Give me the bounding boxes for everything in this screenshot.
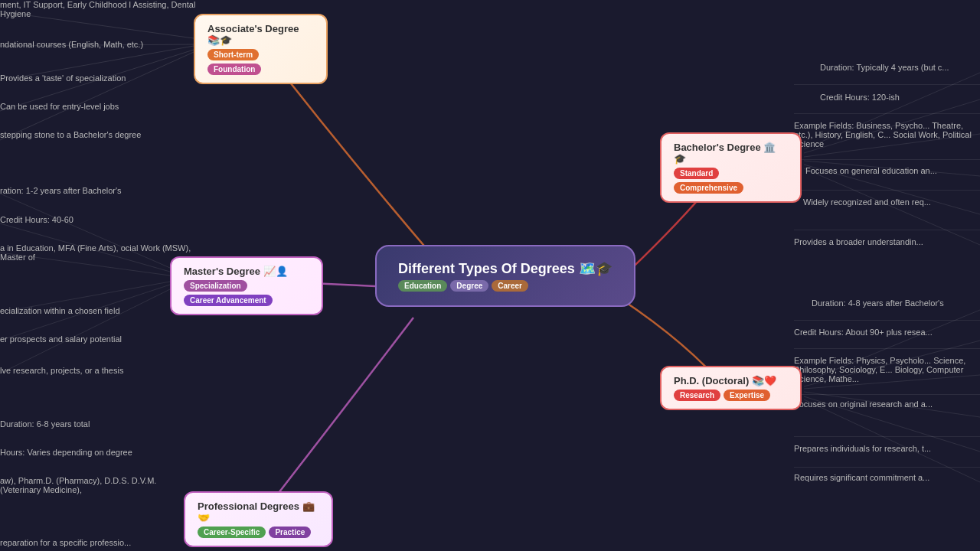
sep-line-8 — [794, 394, 980, 395]
info-dur-bach: Duration: Typically 4 years (but c... — [820, 63, 949, 72]
info-taste: Provides a 'taste' of specialization — [0, 73, 126, 83]
tag-expertise: Expertise — [724, 390, 770, 401]
bachelors-title: Bachelor's Degree 🏛️🎓 — [674, 142, 788, 165]
tag-education: Education — [398, 280, 447, 292]
professional-title: Professional Degrees 💼🤝 — [198, 500, 319, 523]
associates-title: Associate's Degree 📚🎓 — [207, 23, 314, 46]
sep-line-9 — [794, 436, 980, 437]
info-mgmt: ment, IT Support, Early Childhood l Assi… — [0, 0, 199, 18]
info-gen-bach: Focuses on general education an... — [805, 166, 937, 175]
professional-node[interactable]: Professional Degrees 💼🤝 Career-Specific … — [184, 491, 333, 547]
center-node[interactable]: Different Types Of Degrees 🗺️🎓 Education… — [375, 245, 635, 307]
center-node-tags: Education Degree Career — [398, 280, 612, 292]
tag-practice: Practice — [269, 527, 311, 538]
phd-tags: Research Expertise — [674, 390, 788, 401]
info-wide-bach: Widely recognized and often req... — [803, 197, 931, 207]
bachelors-node[interactable]: Bachelor's Degree 🏛️🎓 Standard Comprehen… — [660, 132, 802, 203]
info-salary: er prospects and salary potential — [0, 334, 122, 344]
tag-career-advancement: Career Advancement — [184, 295, 273, 306]
info-ex-phd: Example Fields: Physics, Psycholo... Sci… — [794, 356, 980, 383]
info-orig-phd: Focuses on original research and a... — [794, 399, 933, 409]
tag-career: Career — [492, 280, 528, 292]
tag-career-specific: Career-Specific — [198, 527, 266, 538]
sep-line-2 — [794, 113, 980, 114]
tag-comprehensive: Comprehensive — [674, 182, 743, 194]
tag-degree: Degree — [450, 280, 488, 292]
sep-line-3 — [794, 159, 980, 160]
info-cr-masters: Credit Hours: 40-60 — [0, 215, 74, 224]
info-cr-phd: Credit Hours: About 90+ plus resea... — [794, 328, 933, 337]
mindmap-canvas: { "center": { "title": "Different Types … — [0, 0, 980, 551]
info-step: stepping stone to a Bachelor's degree — [0, 130, 141, 139]
phd-node[interactable]: Ph.D. (Doctoral) 📚❤️ Research Expertise — [660, 366, 802, 410]
svg-line-4 — [0, 52, 194, 140]
svg-line-22 — [804, 399, 980, 482]
sep-line-4 — [794, 190, 980, 191]
professional-tags: Career-Specific Practice — [198, 527, 319, 538]
info-dur-masters: ration: 1-2 years after Bachelor's — [0, 186, 122, 195]
sep-line-1 — [794, 84, 980, 85]
info-prep-prof: reparation for a specific professio... — [0, 538, 131, 547]
masters-title: Master's Degree 📈👤 — [184, 266, 309, 277]
tag-standard: Standard — [674, 168, 719, 179]
associates-tags: Short-term Foundation — [207, 49, 314, 75]
tag-research: Research — [674, 390, 720, 401]
masters-node[interactable]: Master's Degree 📈👤 Specialization Career… — [170, 256, 323, 315]
center-node-title: Different Types Of Degrees 🗺️🎓 — [398, 260, 612, 277]
info-cr-prof: Hours: Varies depending on degree — [0, 448, 132, 457]
sep-line-7 — [794, 348, 980, 349]
sep-line-10 — [794, 467, 980, 468]
sep-line-6 — [794, 320, 980, 321]
bachelors-tags: Standard Comprehensive — [674, 168, 788, 194]
info-found: ndational courses (English, Math, etc.) — [0, 40, 143, 49]
info-req-phd: Requires significant commitment a... — [794, 473, 929, 482]
info-ex-masters: a in Education, MFA (Fine Arts), ocial W… — [0, 243, 199, 262]
info-entry: Can be used for entry-level jobs — [0, 102, 119, 111]
tag-specialization: Specialization — [184, 280, 247, 292]
tag-foundation: Foundation — [207, 64, 261, 75]
phd-title: Ph.D. (Doctoral) 📚❤️ — [674, 375, 788, 386]
info-spec-masters: ecialization within a chosen field — [0, 306, 120, 315]
sep-line-5 — [794, 230, 980, 230]
masters-tags: Specialization Career Advancement — [184, 280, 309, 306]
svg-line-10 — [0, 289, 170, 373]
info-dur-prof: Duration: 6-8 years total — [0, 419, 90, 429]
info-dur-phd: Duration: 4-8 years after Bachelor's — [812, 298, 944, 308]
info-ex-prof: aw), Pharm.D. (Pharmacy), D.D.S. D.V.M. … — [0, 476, 199, 494]
svg-line-16 — [804, 168, 980, 245]
associates-node[interactable]: Associate's Degree 📚🎓 Short-term Foundat… — [194, 14, 328, 84]
info-ex-bach: Example Fields: Business, Psycho... Thea… — [794, 121, 980, 148]
info-thesis: lve research, projects, or a thesis — [0, 366, 123, 375]
info-broad-bach: Provides a broader understandin... — [794, 237, 923, 246]
info-cr-bach: Credit Hours: 120-ish — [820, 93, 900, 102]
tag-short-term: Short-term — [207, 49, 259, 60]
info-prep-phd: Prepares individuals for research, t... — [794, 444, 931, 453]
